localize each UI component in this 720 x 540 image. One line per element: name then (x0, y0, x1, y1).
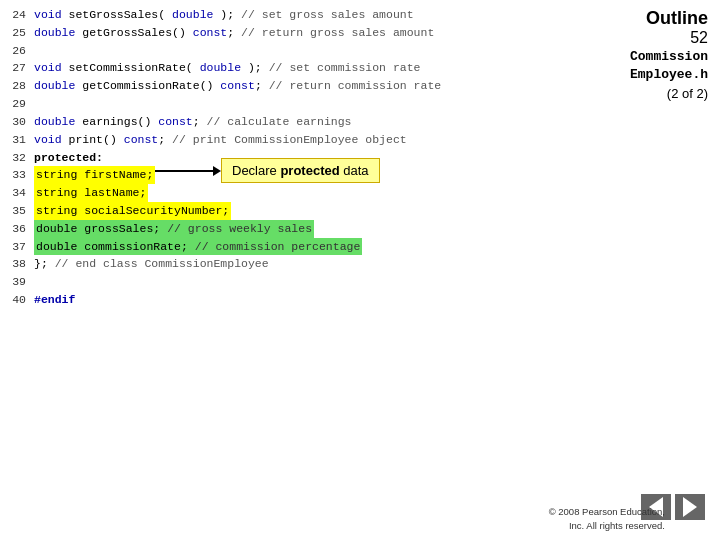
file-info: Commission Employee.h (2 of 2) (630, 48, 708, 101)
annotation-suffix: data (340, 163, 369, 178)
code-line-38: 38 }; // end class CommissionEmployee (8, 255, 612, 273)
code-line-27: 27 void setCommissionRate( double ); // … (8, 59, 612, 77)
code-line-28: 28 double getCommissionRate() const; // … (8, 77, 612, 95)
code-line-31: 31 void print() const; // print Commissi… (8, 131, 612, 149)
copyright: © 2008 Pearson Education, Inc. All right… (549, 505, 665, 532)
annotation-box: Declare protected data (221, 158, 380, 183)
code-line-40: 40 #endif (8, 291, 612, 309)
code-line-24: 24 void setGrossSales( double ); // set … (8, 6, 612, 24)
next-button[interactable] (675, 494, 705, 520)
file-name: Commission Employee.h (630, 48, 708, 84)
outline-title: Outline (646, 8, 708, 29)
code-line-36: 36 double grossSales; // gross weekly sa… (8, 220, 612, 238)
code-line-34: 34 string lastName; (8, 184, 612, 202)
annotation-keyword: protected (280, 163, 339, 178)
code-line-29: 29 (8, 95, 612, 113)
code-line-39: 39 (8, 273, 612, 291)
page-container: Outline 52 Commission Employee.h (2 of 2… (0, 0, 720, 540)
top-right-info: Outline 52 (646, 8, 708, 47)
code-line-35: 35 string socialSecurityNumber; (8, 202, 612, 220)
slide-info: (2 of 2) (630, 86, 708, 101)
code-line-30: 30 double earnings() const; // calculate… (8, 113, 612, 131)
code-line-26: 26 (8, 42, 612, 60)
code-line-37: 37 double commissionRate; // commission … (8, 238, 612, 256)
page-number: 52 (646, 29, 708, 47)
next-arrow-icon (683, 497, 697, 517)
annotation-prefix: Declare (232, 163, 280, 178)
code-line-25: 25 double getGrossSales() const; // retu… (8, 24, 612, 42)
declare-annotation: Declare protected data (155, 158, 380, 183)
annotation-arrow (155, 170, 215, 172)
